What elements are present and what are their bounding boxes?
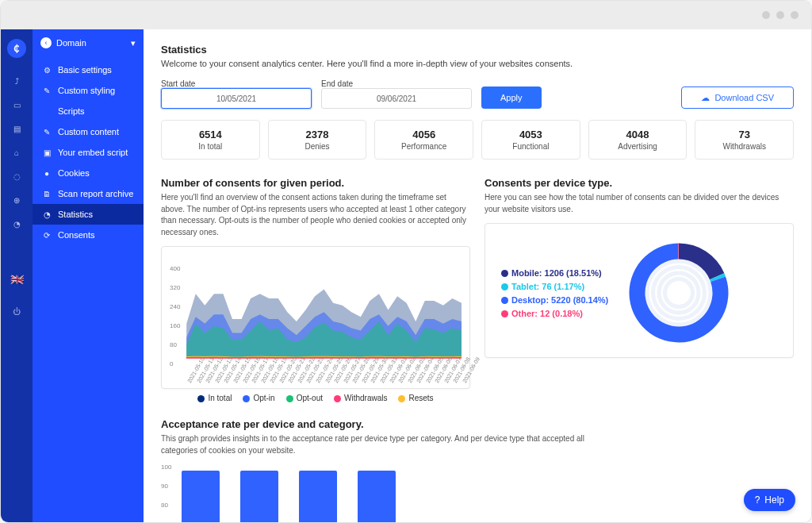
sidebar-item-icon: ◔ — [42, 210, 52, 219]
sidebar-item-icon: ⚙ — [42, 66, 52, 75]
y-tick-label: 240 — [170, 303, 180, 310]
kpi-row: 6514In total2378Denies4056Performance405… — [161, 120, 794, 160]
app-root: ₵ ⤴ ▭ ▤ ⌂ ◌ ⊕ ◔ 🇬🇧 ⏻ ‹ Domain ▾ ⚙Basic s… — [1, 29, 811, 522]
page-subtitle: Welcome to your consent analytics center… — [161, 59, 794, 68]
help-label: Help — [764, 494, 784, 506]
kpi-value: 73 — [703, 129, 785, 140]
sidebar-item-icon: ▣ — [42, 148, 52, 157]
browser-titlebar — [1, 1, 811, 29]
kpi-label: Denies — [277, 142, 358, 151]
kpi-card: 4056Performance — [374, 120, 473, 160]
chevron-down-icon: ▾ — [131, 38, 136, 48]
end-date-input[interactable] — [321, 88, 472, 109]
kpi-label: Withdrawals — [703, 142, 785, 151]
kpi-label: Functional — [490, 142, 572, 151]
sidebar-item-label: Statistics — [58, 210, 93, 219]
legend-item: Opt-out — [286, 394, 323, 402]
sidebar-item-label: Custom styling — [58, 86, 115, 95]
date-filter-row: Start date End date Apply ☁ Download CSV — [161, 79, 794, 109]
sidebar-item-label: Scan report archive — [58, 189, 133, 198]
kpi-card: 2378Denies — [268, 120, 367, 160]
bar — [358, 471, 396, 522]
consents-period-section: Number of consents for given period. Her… — [161, 177, 470, 402]
domain-selector-label: Domain — [56, 38, 86, 48]
sidebar-item-custom-content[interactable]: ✎Custom content — [33, 121, 144, 142]
area-chart-card: 0801602403204002021-05-102021-05-112021-… — [161, 246, 470, 389]
field-label: Start date — [161, 79, 312, 88]
y-tick-label: 400 — [170, 265, 180, 272]
area-chart-legend: In totalOpt-inOpt-outWithdrawalsResets — [161, 394, 470, 402]
legend-item: Resets — [398, 394, 433, 402]
rail-item-icon[interactable]: ⌂ — [1, 140, 33, 164]
browser-window: ₵ ⤴ ▭ ▤ ⌂ ◌ ⊕ ◔ 🇬🇧 ⏻ ‹ Domain ▾ ⚙Basic s… — [0, 0, 812, 523]
download-csv-button[interactable]: ☁ Download CSV — [681, 87, 794, 109]
kpi-value: 2378 — [277, 129, 358, 140]
page-title: Statistics — [161, 44, 794, 56]
bar — [240, 471, 278, 522]
sidebar-item-label: Consents — [58, 230, 94, 240]
sidebar-item-basic-settings[interactable]: ⚙Basic settings — [33, 60, 144, 80]
start-date-input[interactable] — [161, 88, 312, 109]
legend-item: Desktop: 5220 (80.14%) — [501, 295, 608, 305]
y-tick-label: 80 — [170, 341, 177, 348]
section-subtitle: Here you can see how the total number of… — [485, 192, 794, 215]
donut-card: Mobile: 1206 (18.51%)Tablet: 76 (1.17%)D… — [485, 223, 794, 358]
help-icon: ? — [755, 494, 760, 506]
language-flag-icon[interactable]: 🇬🇧 — [1, 267, 33, 291]
window-control-dot — [776, 11, 784, 19]
download-icon: ☁ — [701, 93, 710, 103]
kpi-value: 4056 — [383, 129, 465, 140]
svg-point-3 — [665, 279, 693, 307]
rail-item-icon[interactable]: ◔ — [1, 212, 33, 236]
domain-selector[interactable]: ‹ Domain ▾ — [33, 29, 144, 56]
kpi-card: 6514In total — [161, 120, 260, 160]
section-subtitle: Here you'll find an overview of the cons… — [161, 192, 470, 238]
sidebar-item-scripts[interactable]: Scripts — [33, 101, 144, 121]
brand-logo-icon[interactable]: ₵ — [7, 39, 26, 58]
rail-item-icon[interactable]: ▤ — [1, 117, 33, 140]
kpi-value: 4048 — [597, 129, 679, 140]
sidebar-item-label: Custom content — [58, 127, 119, 137]
legend-item: Withdrawals — [334, 394, 387, 402]
sidebar-item-icon: ✎ — [42, 87, 52, 95]
legend-item: Other: 12 (0.18%) — [501, 309, 608, 318]
window-control-dot — [762, 11, 770, 19]
area-chart: 0801602403204002021-05-102021-05-112021-… — [170, 256, 462, 383]
donut-chart — [619, 233, 738, 352]
rail-item-icon[interactable]: ⊕ — [1, 188, 33, 212]
sidebar-item-cookies[interactable]: ●Cookies — [33, 163, 144, 183]
chevron-left-icon: ‹ — [40, 37, 52, 48]
main-content: Statistics Welcome to your consent analy… — [144, 29, 811, 522]
sidebar: ‹ Domain ▾ ⚙Basic settings✎Custom stylin… — [33, 29, 144, 522]
start-date-field: Start date — [161, 79, 312, 109]
end-date-field: End date — [321, 79, 472, 109]
kpi-label: Advertising — [597, 142, 679, 151]
kpi-card: 4048Advertising — [588, 120, 688, 160]
sidebar-item-your-embed-script[interactable]: ▣Your embed script — [33, 142, 144, 163]
field-label: End date — [321, 79, 472, 88]
section-title: Number of consents for given period. — [161, 177, 470, 189]
power-icon[interactable]: ⏻ — [1, 299, 33, 323]
device-section: Consents per device type. Here you can s… — [485, 177, 794, 402]
section-title: Acceptance rate per device and category. — [161, 418, 794, 430]
rail-item-icon[interactable]: ▭ — [1, 93, 33, 117]
y-tick-label: 160 — [170, 322, 180, 329]
sidebar-item-custom-styling[interactable]: ✎Custom styling — [33, 80, 144, 101]
sidebar-item-icon: ✎ — [42, 128, 52, 137]
sidebar-item-label: Your embed script — [58, 148, 128, 157]
legend-item: Tablet: 76 (1.17%) — [501, 282, 608, 291]
sidebar-item-icon: ⟳ — [42, 231, 52, 240]
rail-item-icon[interactable]: ⤴ — [1, 69, 33, 93]
kpi-card: 4053Functional — [481, 120, 580, 160]
two-column-row: Number of consents for given period. Her… — [161, 177, 794, 402]
sidebar-item-scan-report-archive[interactable]: 🗎Scan report archive — [33, 183, 144, 204]
legend-item: In total — [197, 394, 232, 402]
sidebar-item-statistics[interactable]: ◔Statistics — [33, 204, 144, 225]
help-button[interactable]: ? Help — [744, 489, 795, 511]
sidebar-item-consents[interactable]: ⟳Consents — [33, 225, 144, 245]
sidebar-item-icon: ● — [42, 169, 52, 178]
kpi-value: 6514 — [170, 129, 251, 140]
section-subtitle: This graph provides insights in to the a… — [161, 433, 589, 456]
rail-item-icon[interactable]: ◌ — [1, 164, 33, 188]
apply-button[interactable]: Apply — [481, 87, 542, 109]
